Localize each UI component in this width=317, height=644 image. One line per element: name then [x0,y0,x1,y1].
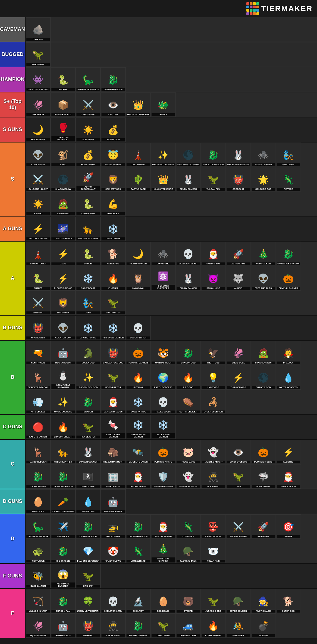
tier-item[interactable]: 🔫SENTRY GUN [26,341,51,365]
tier-item[interactable]: 🎄NUTCRACKER [251,242,276,266]
tier-item[interactable]: 🌙MOON STAFF [26,117,51,142]
tier-item[interactable]: 🚀ASTRO ARMY [226,242,251,266]
tier-item[interactable]: 🦁THE SPHINX [51,291,76,315]
tier-item[interactable]: 🤼WRESTLER [226,613,251,638]
tier-item[interactable]: 🐷PIGGY BANK [176,440,201,464]
tier-item[interactable]: ❄️SNOW BEAST [76,266,101,291]
tier-item[interactable]: ⚡ELECTRIC FENCE [51,266,76,291]
tier-item[interactable]: 🪖SUPER SOLDIER [226,589,251,613]
tier-item[interactable]: 🐉DRAGON CANNON [51,464,76,489]
tier-item[interactable]: 🦉SNOW OWL [126,266,151,291]
tier-item[interactable]: ✨THE GOLDEN GOD [76,365,101,390]
tier-item[interactable]: 🛰️SATELLITE LASER [126,440,151,464]
tier-item[interactable]: 👻SPECTRAL RIDER [176,464,201,489]
tier-item[interactable]: ⚔️JAVELIN KNIGHT [226,514,251,539]
tier-item[interactable]: 🏢VISIT CENTER [101,464,126,489]
tier-item[interactable]: ⚛️QUANTUM ENFORCER [151,266,176,291]
tier-item[interactable]: 🗼ORC TOWER [126,142,151,167]
tier-item[interactable]: 👺CRAZY GOBLIN [201,514,226,539]
tier-item[interactable]: ☀️RA GOD [26,191,51,216]
tier-item[interactable]: 💀SKELETON BEAST [176,242,201,266]
tier-item[interactable]: 🔬SCIENTIST [126,589,151,613]
tier-item[interactable]: 👹GARGANTUAN GOD [101,341,126,365]
tier-item[interactable]: ⚡VULCAN'S WRATH [26,217,51,241]
tier-item[interactable]: 🦖DINO HUNTER [101,291,126,315]
tier-item[interactable]: 🐒SARU [51,142,76,167]
tier-item[interactable]: 🥷CYBER NINJA [101,613,126,638]
tier-item[interactable]: 🦖INDOMINUS [26,42,51,67]
tier-item[interactable]: 👻HAUNTED KNIGHT [201,440,226,464]
tier-item[interactable]: 🐲HYDRA [151,92,176,117]
tier-item[interactable]: 🎅SANTA'S TOY [201,242,226,266]
tier-item[interactable]: 🎅MECHA SANTA [126,464,151,489]
tier-item[interactable]: 🐉DRAGON RAM [51,589,76,613]
tier-item[interactable]: 🐰BUNNY RANGER [176,266,201,291]
tier-item[interactable]: 🦌RAMBO RUDOLPH [26,440,51,464]
tier-item[interactable]: 🦕MUTANT INDOMINUS [76,67,101,92]
tier-item[interactable]: 🎄CHRISTMAS CHIMNEY [151,539,176,563]
tier-item[interactable]: 💀HADES SOULS [151,390,176,414]
tier-item[interactable]: ❄️BLUE SNOW CANNON [151,415,176,439]
tier-item[interactable]: 🔥INFERNO [126,365,151,390]
tier-item[interactable]: 👽FRED THE ALIEN [251,266,276,291]
tier-item[interactable]: ⛄ABOMINABLE SNOWMAN [51,365,76,390]
tier-item[interactable]: 🐉SNOWBALL DRAGON [276,242,301,266]
tier-item[interactable]: 👑KING'S TREASURE [151,167,176,191]
tier-item[interactable]: 🌌GALACTIC FORCE [51,217,76,241]
tier-item[interactable]: 🐝BUZZ CANNON [26,564,51,588]
tier-item[interactable]: ⚔️WAR GOD [26,291,51,315]
tier-item[interactable]: 🐉ICE DRAGON [51,539,76,563]
tier-item[interactable]: 🐉DRAGON GOD [176,341,201,365]
tier-item[interactable]: 🧙MYSTIC MAGE [251,589,276,613]
tier-item[interactable]: 🧞GENIE [76,291,101,315]
tier-item[interactable]: 🥚EGG HEADS [151,589,176,613]
tier-item[interactable]: 🦈AQUA SHARK [251,464,276,489]
tier-item[interactable]: 💨AIR GODDESS [26,390,51,414]
tier-item[interactable]: 🚀ASTRO JUGGERNAUT [76,167,101,191]
tier-item[interactable]: 🐍OROCHI [76,242,101,266]
tier-item[interactable]: 🌑SHADOW GOD [251,365,276,390]
tier-item[interactable]: 🦖VULCAN REX [201,167,226,191]
tier-item[interactable]: 👑GALACTIC EMPEROR [126,92,151,117]
tier-item[interactable]: 🐆CYBER PANTHER [51,440,76,464]
tier-item[interactable]: 🍀LUCKY LEPRECHAUN [76,589,101,613]
tier-item[interactable]: 🦑SPLATOON [26,92,51,117]
tier-item[interactable]: 🔴LASER BLASTER [26,415,51,439]
tier-item[interactable]: 🐉CYBER DRAGON [76,514,101,539]
tier-item[interactable]: 🐉UNDEAD DRAGON [126,514,151,539]
tier-item[interactable]: ❄️GREEN SNOW CANNON [126,415,151,439]
tier-item[interactable]: 🦌REINDEER DRAGON [26,365,51,390]
tier-item[interactable]: 🦁SEKHMET GOD [101,167,126,191]
tier-item[interactable]: 🐉DRAGON KING [26,464,51,489]
tier-item[interactable]: 😇ANGEL REAPER [101,142,126,167]
tier-item[interactable]: 🐰BUNNER GUNNER [76,440,101,464]
tier-item[interactable]: 🪖TACTICAL TANK [176,539,201,563]
tier-item[interactable]: ⚔️GALACTIC KNIGHT [26,167,51,191]
tier-item[interactable]: ❄️ARCTIC FORCE [76,316,101,340]
tier-item[interactable]: 😱NIGHTMARE BLASTER [51,564,76,588]
tier-item[interactable]: ❄️FROSTBURN [101,217,126,241]
tier-item[interactable]: 🗼RAMBO TOWER [26,242,51,266]
tier-item[interactable]: 🦕TRICERATOPS TANK [26,514,51,539]
tier-item[interactable]: 🧟FRANKENSTEIN [251,341,276,365]
tier-item[interactable]: 🎃PUMPKIN PIRATE [151,440,176,464]
tier-item[interactable]: 🐰BIG BUNNY BLASTER [226,142,251,167]
tier-item[interactable]: 🐯MARTIAL TIGER [151,341,176,365]
tier-item[interactable]: 🥚EGGZOOKA [26,489,51,514]
tier-item[interactable]: ⚡ELECTRO [276,440,301,464]
tier-item[interactable]: 🥊GALACTIC GAUNTLET [51,117,76,142]
tier-item[interactable]: 🐉GALACTIC DRAGON [201,142,226,167]
tier-item[interactable]: 🤡CRAZY CLOWN [101,539,126,563]
tier-item[interactable]: 🦖JURASSIC ORB [201,589,226,613]
tier-item[interactable]: 🌑SHADOWCLAW [51,167,76,191]
tier-item[interactable]: ❄️RED SNOW CANNON [101,316,126,340]
tier-item[interactable]: 🔥DRAGON BREATH [51,415,76,439]
tier-item[interactable]: 🍬CANDY CANE CANNON [101,415,126,439]
tier-item[interactable]: 🦖ROBO RAPTOR [101,365,126,390]
tier-item[interactable]: ⚔️DARK KNIGHT [76,92,101,117]
tier-item[interactable]: 🦎LITTLELIZARD [126,539,151,563]
tier-item[interactable]: 🕷️MUTANT SPIDER [251,142,276,167]
tier-item[interactable]: 🧞FIRE GENIE [276,142,301,167]
tier-item[interactable]: 🔥FLAME TURRET [201,613,226,638]
tier-item[interactable]: 💎DIAMOND DEFENDER [76,539,101,563]
